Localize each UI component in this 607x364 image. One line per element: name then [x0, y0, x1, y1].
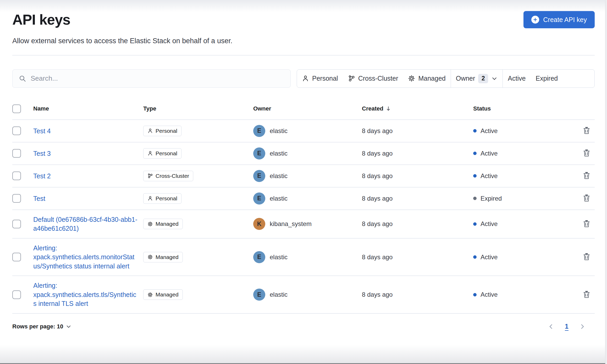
avatar: E — [253, 192, 265, 205]
type-badge: Managed — [143, 252, 183, 262]
filter-personal[interactable]: Personal — [297, 70, 343, 87]
api-keys-page: API keys Create API key Allow external s… — [0, 0, 607, 364]
row-checkbox[interactable] — [12, 290, 21, 299]
api-keys-table: Name Type Owner Created Status Test 4 Pe… — [12, 103, 595, 314]
create-api-key-label: Create API key — [543, 16, 587, 24]
api-key-name-link[interactable]: Test 2 — [33, 172, 51, 181]
chevron-left-icon — [548, 323, 554, 330]
owner-cell: E elastic — [253, 125, 357, 137]
created-cell: 8 days ago — [362, 187, 473, 210]
api-key-name-link[interactable]: Default (0e67686b-63cf-4b30-abb1-a46be61… — [33, 215, 138, 233]
delete-key-button[interactable] — [582, 125, 592, 136]
status-label: Active — [481, 172, 498, 180]
owner-cell: E elastic — [253, 289, 357, 301]
column-header-created[interactable]: Created — [362, 103, 473, 120]
created-cell: 8 days ago — [362, 238, 473, 276]
owner-name: elastic — [270, 150, 288, 157]
api-key-name-link[interactable]: Alerting: xpack.synthetics.alerts.tls/Sy… — [33, 281, 138, 308]
filter-cross-cluster[interactable]: Cross-Cluster — [343, 70, 403, 87]
gear-icon — [408, 75, 415, 82]
page-subtitle: Allow external services to access the El… — [12, 36, 595, 46]
status-dot-icon — [473, 293, 477, 296]
type-badge: Personal — [143, 193, 181, 204]
user-icon — [302, 75, 309, 82]
column-header-owner: Owner — [253, 103, 362, 120]
status-dot-icon — [473, 174, 477, 178]
status-badge: Active — [473, 172, 560, 180]
table-row: Alerting: xpack.synthetics.alerts.tls/Sy… — [12, 276, 595, 313]
avatar: E — [253, 251, 265, 263]
pagination: 1 — [547, 322, 587, 331]
delete-key-button[interactable] — [582, 193, 592, 204]
create-api-key-button[interactable]: Create API key — [523, 11, 595, 28]
scrollbar[interactable] — [605, 0, 607, 364]
trash-icon — [583, 126, 591, 134]
type-badge-icon — [147, 173, 153, 179]
previous-page-button[interactable] — [547, 322, 555, 331]
created-cell: 8 days ago — [362, 210, 473, 238]
delete-key-button[interactable] — [582, 289, 592, 300]
created-cell: 8 days ago — [362, 276, 473, 313]
owner-name: elastic — [270, 253, 288, 261]
api-key-name-link[interactable]: Test 4 — [33, 126, 51, 136]
type-badge-icon — [147, 128, 153, 134]
filter-managed[interactable]: Managed — [403, 70, 450, 87]
chevron-right-icon — [579, 323, 586, 330]
row-checkbox[interactable] — [12, 149, 21, 158]
status-badge: Active — [473, 291, 560, 298]
delete-key-button[interactable] — [582, 252, 592, 262]
type-badge-icon — [147, 151, 153, 156]
table-footer: Rows per page: 10 1 — [12, 322, 595, 334]
type-badge-icon — [147, 196, 153, 201]
status-dot-icon — [473, 129, 477, 133]
delete-key-button[interactable] — [582, 170, 592, 181]
trash-icon — [583, 290, 591, 298]
header-divider — [12, 55, 595, 56]
row-checkbox[interactable] — [12, 126, 21, 135]
page-number-1[interactable]: 1 — [563, 323, 570, 330]
status-dot-icon — [473, 222, 477, 226]
status-badge: Active — [473, 150, 560, 157]
row-checkbox[interactable] — [12, 172, 21, 180]
owner-name: kibana_system — [270, 220, 312, 228]
delete-key-button[interactable] — [582, 219, 592, 229]
search-icon — [19, 75, 26, 82]
created-cell: 8 days ago — [362, 165, 473, 187]
type-badge: Personal — [143, 148, 181, 159]
trash-icon — [583, 172, 591, 179]
column-header-status: Status — [473, 103, 565, 120]
search-input[interactable] — [31, 74, 284, 82]
table-row: Test Personal E elastic 8 days ago Expir… — [12, 187, 595, 210]
status-label: Expired — [481, 195, 502, 202]
filter-active[interactable]: Active — [503, 70, 531, 87]
type-badge: Personal — [143, 126, 181, 136]
search-box — [12, 69, 291, 88]
chevron-down-icon — [491, 75, 498, 82]
select-all-checkbox[interactable] — [12, 104, 21, 113]
row-checkbox[interactable] — [12, 220, 21, 228]
status-badge: Active — [473, 220, 560, 228]
api-key-name-link[interactable]: Test 3 — [33, 149, 51, 158]
api-key-name-link[interactable]: Test — [33, 194, 45, 203]
rows-per-page-button[interactable]: Rows per page: 10 — [12, 323, 71, 330]
type-badge: Managed — [143, 289, 183, 300]
trash-icon — [583, 149, 591, 157]
row-checkbox[interactable] — [12, 194, 21, 203]
filter-owner-dropdown[interactable]: Owner 2 — [451, 70, 503, 87]
filter-expired[interactable]: Expired — [531, 70, 563, 87]
row-checkbox[interactable] — [12, 253, 21, 261]
avatar: E — [253, 170, 265, 182]
owner-name: elastic — [270, 127, 288, 135]
sort-desc-icon — [385, 106, 391, 112]
next-page-button[interactable] — [578, 322, 587, 331]
created-cell: 8 days ago — [362, 142, 473, 165]
api-key-name-link[interactable]: Alerting: xpack.synthetics.alerts.monito… — [33, 244, 138, 271]
owner-name: elastic — [270, 195, 288, 202]
table-controls: Personal Cross-Cluster Managed Owner 2 — [12, 69, 595, 88]
created-cell: 8 days ago — [362, 120, 473, 142]
avatar: E — [253, 125, 265, 137]
owner-cell: E elastic — [253, 147, 357, 159]
delete-key-button[interactable] — [582, 148, 592, 159]
cluster-icon — [348, 75, 355, 82]
status-label: Active — [481, 127, 498, 135]
